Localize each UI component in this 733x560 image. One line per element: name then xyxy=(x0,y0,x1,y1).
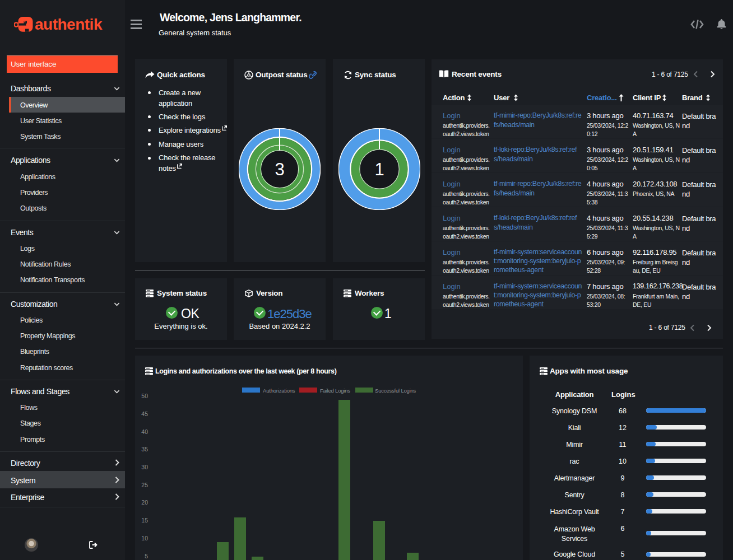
svg-text:3: 3 xyxy=(275,160,284,179)
svg-text:authentik: authentik xyxy=(35,16,103,33)
svg-text:1: 1 xyxy=(374,160,384,179)
